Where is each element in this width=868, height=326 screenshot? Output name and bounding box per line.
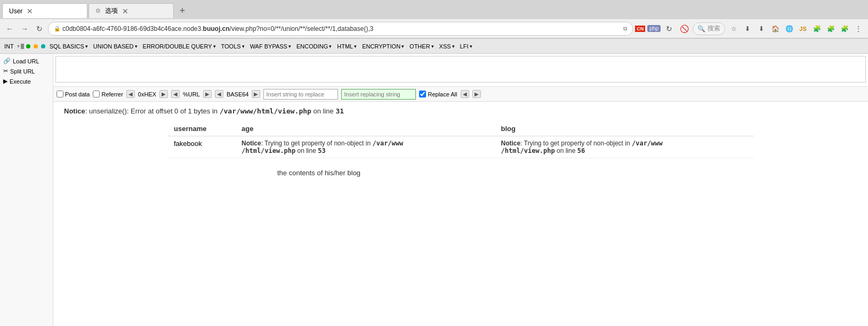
- replace-all-checkbox[interactable]: Replace All: [419, 91, 457, 97]
- ext-icon3[interactable]: 🧩: [838, 22, 851, 35]
- results-table: username age blog fakebook Notice: Tryin…: [167, 121, 754, 158]
- tab-options-close[interactable]: ✕: [122, 7, 128, 15]
- content-area: 🔗 Load URL ✂ Split URL ▶ Execute Post da…: [0, 54, 868, 326]
- replace-all-check[interactable]: [419, 91, 426, 97]
- yellow-indicator: [34, 44, 38, 48]
- post-data-label: Post data: [65, 91, 90, 97]
- hackbar-toolbar: INT ▾ SQL BASICS UNION BASED ERROR/DOUBL…: [0, 39, 868, 54]
- int-label[interactable]: INT: [2, 43, 16, 50]
- tab-user-title: User: [9, 7, 22, 15]
- download-icon[interactable]: ⬇: [755, 22, 768, 35]
- replace-left-arrow[interactable]: ◀: [461, 90, 469, 98]
- url-input-area: [53, 54, 868, 87]
- home-icon[interactable]: 🏠: [769, 22, 782, 35]
- new-tab-button[interactable]: +: [175, 3, 190, 18]
- base64-label: BASE64: [227, 91, 249, 97]
- php-badge: php: [647, 25, 661, 32]
- load-url-icon: 🔗: [3, 58, 11, 64]
- cell-blog: Notice: Trying to get property of non-ob…: [494, 136, 754, 158]
- load-url-label: Load URL: [13, 58, 39, 64]
- notice-linenum: 31: [335, 107, 344, 115]
- back-button[interactable]: ←: [3, 22, 16, 35]
- notice-line: Notice: unserialize(): Error at offset 0…: [64, 107, 857, 115]
- age-notice-text: : Trying to get property of non-object i…: [261, 140, 373, 147]
- waf-bypass-menu[interactable]: WAF BYPASS: [248, 43, 293, 50]
- reload-button[interactable]: ↻: [33, 22, 46, 35]
- execute-label: Execute: [10, 78, 31, 85]
- union-based-menu[interactable]: UNION BASED: [91, 43, 140, 50]
- hex-label: 0xHEX: [138, 91, 156, 97]
- globe-icon[interactable]: 🌐: [783, 22, 795, 35]
- replace-toolbar: Post data Referrer ◀ 0xHEX ▶ ◀ %URL ▶ ◀ …: [53, 87, 868, 102]
- url-input[interactable]: [55, 56, 866, 83]
- url-bar[interactable]: 🔒 c0db0804-a6fc-4760-9186-69d3b4c46ace.n…: [48, 22, 633, 36]
- url-text: c0db0804-a6fc-4760-9186-69d3b4c46ace.nod…: [62, 25, 621, 32]
- nav-icons-right: ☆ ⬇ ⬇ 🏠 🌐 JS 🧩 🧩 🧩 ⋮: [727, 22, 865, 35]
- menu-icon[interactable]: ⋮: [852, 22, 865, 35]
- col-blog: blog: [494, 121, 754, 136]
- save-icon[interactable]: ⬇: [741, 22, 754, 35]
- insert-replace-input[interactable]: [263, 89, 338, 100]
- notice-file: /var/www/html/view.php: [220, 107, 311, 115]
- tab-user[interactable]: User ✕: [2, 3, 87, 18]
- execute-icon: ▶: [3, 78, 7, 85]
- replace-all-label: Replace All: [428, 91, 457, 97]
- hex-right-arrow[interactable]: ▶: [159, 90, 168, 98]
- blog-notice-label: Notice: [501, 140, 520, 147]
- post-data-check[interactable]: [57, 91, 63, 97]
- int-dropdown-icon[interactable]: ▾: [17, 43, 20, 49]
- col-age: age: [235, 121, 495, 136]
- cell-age: Notice: Trying to get property of non-ob…: [235, 136, 495, 158]
- replace-right-arrow[interactable]: ▶: [472, 90, 481, 98]
- post-data-checkbox[interactable]: Post data: [57, 91, 90, 97]
- js-icon[interactable]: JS: [797, 22, 809, 35]
- split-url-label: Split URL: [10, 68, 35, 75]
- url-copy-icon[interactable]: ⧉: [623, 26, 627, 32]
- refresh-icon[interactable]: ↻: [663, 22, 676, 35]
- load-url-button[interactable]: 🔗 Load URL: [0, 56, 53, 66]
- referrer-checkbox[interactable]: Referrer: [93, 91, 123, 97]
- table-row: fakebook Notice: Trying to get property …: [167, 136, 754, 158]
- execute-button[interactable]: ▶ Execute: [0, 76, 53, 86]
- col-username: username: [167, 121, 235, 136]
- search-box[interactable]: 🔍 搜索: [693, 22, 725, 35]
- notice-online: on line: [311, 107, 336, 115]
- search-placeholder: 搜索: [708, 24, 720, 33]
- stop-icon[interactable]: 🚫: [678, 22, 690, 35]
- age-notice-label: Notice: [242, 140, 261, 147]
- search-icon: 🔍: [697, 25, 705, 32]
- star-icon[interactable]: ☆: [727, 22, 740, 35]
- html-menu[interactable]: HTML: [335, 43, 359, 50]
- url-right-arrow[interactable]: ▶: [203, 90, 212, 98]
- ext-icon1[interactable]: 🧩: [810, 22, 823, 35]
- split-url-icon: ✂: [3, 68, 8, 75]
- blog-notice-online: on line: [555, 147, 577, 154]
- lfi-menu[interactable]: LFI: [458, 43, 475, 50]
- tools-menu[interactable]: TOOLS: [219, 43, 247, 50]
- xss-menu[interactable]: XSS: [437, 43, 457, 50]
- sql-basics-menu[interactable]: SQL BASICS: [47, 43, 90, 50]
- split-url-button[interactable]: ✂ Split URL: [0, 66, 53, 76]
- blog-notice-line: 56: [577, 147, 585, 154]
- age-notice-line: 53: [318, 147, 325, 154]
- forward-button[interactable]: →: [18, 22, 31, 35]
- tab-user-close[interactable]: ✕: [27, 7, 33, 15]
- sidebar: 🔗 Load URL ✂ Split URL ▶ Execute: [0, 54, 53, 326]
- base64-left-arrow[interactable]: ◀: [215, 90, 223, 98]
- encoding-menu[interactable]: ENCODING: [294, 43, 334, 50]
- error-double-query-menu[interactable]: ERROR/DOUBLE QUERY: [141, 43, 218, 50]
- ext-icon2[interactable]: 🧩: [824, 22, 837, 35]
- blog-notice-text: : Trying to get property of non-object i…: [520, 140, 632, 147]
- hex-left-arrow[interactable]: ◀: [126, 90, 135, 98]
- base64-right-arrow[interactable]: ▶: [252, 90, 260, 98]
- url-left-arrow[interactable]: ◀: [171, 90, 180, 98]
- lock-icon: 🔒: [54, 26, 60, 31]
- other-menu[interactable]: OTHER: [407, 43, 436, 50]
- page-content: Notice: unserialize(): Error at offset 0…: [53, 102, 868, 326]
- referrer-check[interactable]: [93, 91, 100, 97]
- encryption-menu[interactable]: ENCRYPTION: [360, 43, 406, 50]
- tab-options[interactable]: ⚙ 选项 ✕: [89, 3, 174, 18]
- insert-replacing-input[interactable]: [341, 89, 416, 100]
- cyan-indicator: [41, 44, 45, 48]
- age-notice-online: on line: [295, 147, 318, 154]
